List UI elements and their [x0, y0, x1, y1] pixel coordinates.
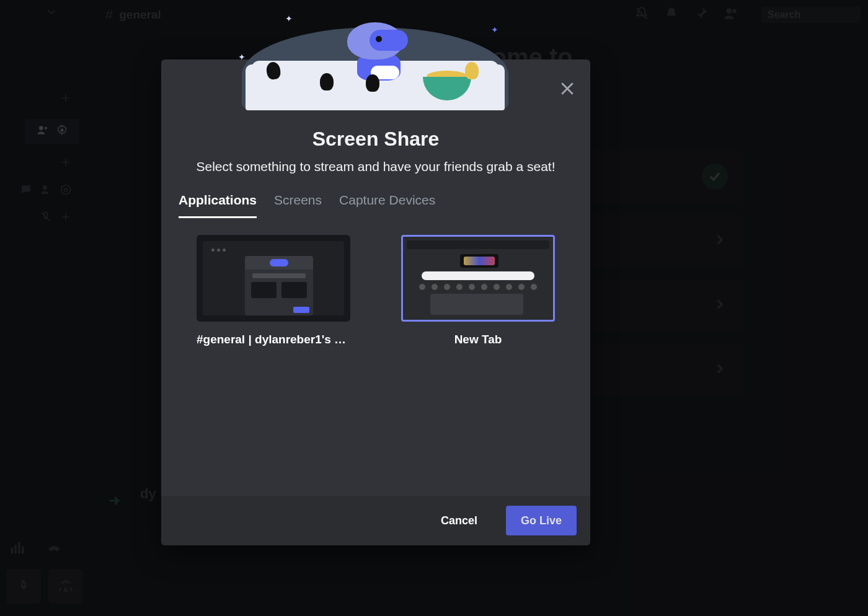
modal-footer: Cancel Go Live: [161, 496, 590, 545]
source-label: #general | dylanreber1's s...: [197, 333, 350, 346]
source-tabs: Applications Screens Capture Devices: [177, 193, 574, 219]
source-option-newtab[interactable]: New Tab: [401, 235, 556, 346]
modal-title: Screen Share: [177, 128, 574, 151]
go-live-button[interactable]: Go Live: [506, 506, 577, 535]
cancel-button[interactable]: Cancel: [426, 506, 492, 535]
source-option-discord[interactable]: #general | dylanreber1's s...: [196, 235, 351, 346]
source-grid: #general | dylanreber1's s... New Tab: [177, 235, 574, 346]
source-thumbnail: [401, 235, 555, 322]
modal-subtitle: Select something to stream and have your…: [177, 159, 574, 174]
app-root: # general Search: [0, 0, 868, 616]
screen-share-modal: ✦✦✦ Screen Share Select something to str…: [161, 59, 590, 545]
tab-capture-devices[interactable]: Capture Devices: [339, 193, 435, 218]
source-label: New Tab: [454, 333, 502, 346]
tab-applications[interactable]: Applications: [179, 193, 257, 218]
tab-screens[interactable]: Screens: [274, 193, 322, 218]
source-thumbnail: [197, 235, 350, 322]
close-icon[interactable]: [558, 79, 577, 100]
